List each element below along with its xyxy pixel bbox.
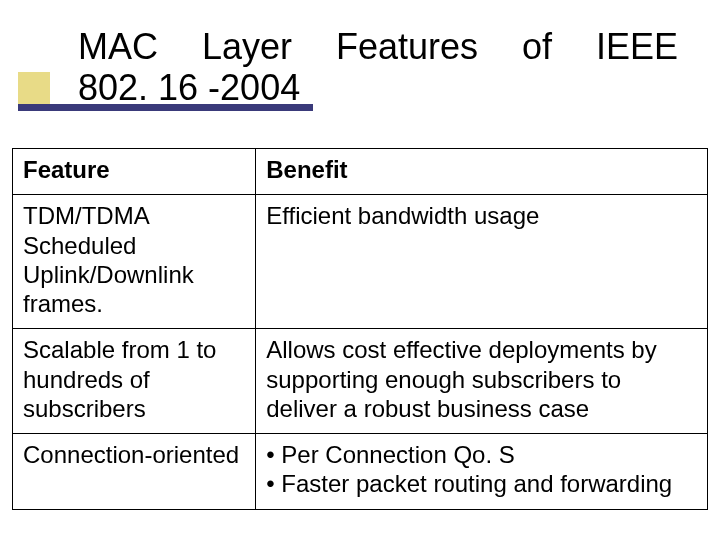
cell-feature: Connection-oriented [13,434,256,510]
cell-feature: TDM/TDMA Scheduled Uplink/Downlink frame… [13,195,256,329]
title-line-1: MAC Layer Features of IEEE [78,26,678,67]
slide-title-block: MAC Layer Features of IEEE 802. 16 -2004 [0,0,720,109]
list-item: • Faster packet routing and forwarding [266,469,697,498]
benefit-bullets: • Per Connection Qo. S • Faster packet r… [266,440,697,499]
table-row: Scalable from 1 to hundreds of subscribe… [13,329,708,434]
table-row: Connection-oriented • Per Connection Qo.… [13,434,708,510]
table-header-row: Feature Benefit [13,149,708,195]
header-benefit: Benefit [256,149,708,195]
cell-benefit: Allows cost effective deployments by sup… [256,329,708,434]
cell-benefit: • Per Connection Qo. S • Faster packet r… [256,434,708,510]
title-accent-square [18,72,50,104]
list-item: • Per Connection Qo. S [266,440,697,469]
title-line-2: 802. 16 -2004 [78,67,678,108]
slide-title: MAC Layer Features of IEEE 802. 16 -2004 [78,26,690,109]
table-row: TDM/TDMA Scheduled Uplink/Downlink frame… [13,195,708,329]
features-table: Feature Benefit TDM/TDMA Scheduled Uplin… [12,148,708,510]
cell-benefit: Efficient bandwidth usage [256,195,708,329]
cell-feature: Scalable from 1 to hundreds of subscribe… [13,329,256,434]
header-feature: Feature [13,149,256,195]
